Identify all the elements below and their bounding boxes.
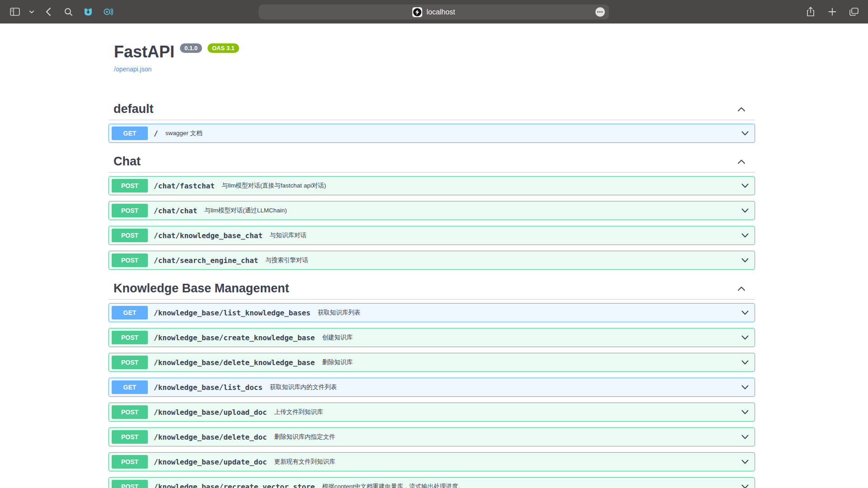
- expand-endpoint-button[interactable]: [740, 181, 750, 191]
- method-badge: POST: [112, 430, 148, 444]
- chevron-down-icon: [740, 333, 750, 343]
- method-badge: GET: [112, 380, 148, 394]
- expand-endpoint-button[interactable]: [740, 333, 750, 343]
- expand-endpoint-button[interactable]: [740, 128, 750, 138]
- endpoint-description: 上传文件到知识库: [274, 408, 323, 416]
- chevron-down-icon: [740, 407, 750, 417]
- method-badge: POST: [112, 356, 148, 369]
- search-icon: [64, 8, 73, 16]
- endpoint-path: /knowledge_base/update_doc: [154, 458, 267, 466]
- endpoint-row[interactable]: POST /chat/knowledge_base_chat 与知识库对话: [108, 226, 755, 245]
- share-icon: [806, 6, 815, 17]
- sidebar-menu-button[interactable]: [28, 5, 35, 19]
- chevron-down-icon: [740, 128, 750, 138]
- method-badge: POST: [112, 405, 148, 419]
- endpoint-row[interactable]: POST /chat/chat 与llm模型对话(通过LLMChain): [108, 201, 755, 220]
- extension-rings-button[interactable]: [101, 5, 115, 19]
- expand-endpoint-button[interactable]: [740, 407, 750, 417]
- endpoint-path: /knowledge_base/create_knowledge_base: [154, 333, 315, 342]
- chevron-down-icon: [740, 457, 750, 467]
- site-favicon-icon: [412, 7, 422, 17]
- endpoint-row[interactable]: POST /knowledge_base/upload_doc 上传文件到知识库: [108, 403, 755, 422]
- version-badge: 0.1.0: [180, 43, 202, 53]
- api-section: default GET / swagger 文档: [108, 102, 755, 143]
- expand-endpoint-button[interactable]: [740, 255, 750, 265]
- openapi-spec-link[interactable]: /openapi.json: [114, 66, 151, 73]
- collapse-section-button[interactable]: [736, 156, 747, 167]
- search-button[interactable]: [61, 5, 75, 19]
- tab-overview-button[interactable]: [847, 5, 861, 19]
- extension-shield-button[interactable]: [81, 5, 95, 19]
- endpoint-row[interactable]: GET /knowledge_base/list_docs 获取知识库内的文件列…: [108, 378, 755, 397]
- endpoint-description: 获取知识库内的文件列表: [270, 383, 337, 391]
- chevron-down-icon: [740, 230, 750, 240]
- endpoint-path: /knowledge_base/recreate_vector_store: [154, 483, 315, 488]
- endpoint-path: /knowledge_base/list_knowledge_bases: [154, 309, 311, 317]
- endpoint-description: swagger 文档: [165, 129, 203, 137]
- section-header[interactable]: Knowledge Base Management: [108, 282, 755, 300]
- expand-endpoint-button[interactable]: [740, 482, 750, 488]
- section-title: default: [113, 102, 154, 116]
- expand-endpoint-button[interactable]: [740, 206, 750, 216]
- endpoint-row[interactable]: POST /knowledge_base/delete_knowledge_ba…: [108, 353, 755, 372]
- section-header[interactable]: Chat: [108, 155, 755, 173]
- chevron-down-icon: [740, 357, 750, 367]
- endpoint-path: /chat/chat: [154, 206, 197, 215]
- extension-rings-icon: [103, 7, 113, 17]
- chevron-down-icon: [740, 255, 750, 265]
- endpoint-row[interactable]: POST /chat/fastchat 与llm模型对话(直接与fastchat…: [108, 176, 755, 195]
- endpoint-row[interactable]: GET / swagger 文档: [108, 124, 755, 143]
- new-tab-button[interactable]: [826, 5, 839, 19]
- share-button[interactable]: [804, 5, 817, 19]
- extension-shield-icon: [83, 7, 93, 17]
- endpoint-path: /knowledge_base/upload_doc: [154, 408, 267, 417]
- method-badge: POST: [112, 253, 148, 267]
- api-info: FastAPI 0.1.0 OAS 3.1 /openapi.json: [114, 42, 868, 73]
- chevron-up-icon: [736, 104, 747, 115]
- endpoint-path: /knowledge_base/list_docs: [154, 383, 263, 392]
- collapse-section-button[interactable]: [736, 104, 747, 115]
- method-badge: GET: [112, 306, 148, 319]
- method-badge: GET: [112, 127, 148, 140]
- expand-endpoint-button[interactable]: [740, 382, 750, 392]
- expand-endpoint-button[interactable]: [740, 230, 750, 240]
- expand-endpoint-button[interactable]: [740, 357, 750, 367]
- address-bar[interactable]: localhost •••: [259, 5, 609, 19]
- method-badge: POST: [112, 480, 148, 488]
- chevron-up-icon: [736, 283, 747, 294]
- tab-overview-icon: [849, 7, 859, 16]
- endpoint-row[interactable]: POST /knowledge_base/update_doc 更新现有文件到知…: [108, 452, 755, 471]
- endpoint-row[interactable]: POST /knowledge_base/recreate_vector_sto…: [108, 477, 755, 488]
- endpoint-row[interactable]: POST /chat/search_engine_chat 与搜索引擎对话: [108, 251, 755, 270]
- endpoint-row[interactable]: POST /knowledge_base/delete_doc 删除知识库内指定…: [108, 427, 755, 446]
- endpoint-path: /: [154, 129, 158, 138]
- url-text: localhost: [426, 8, 455, 16]
- section-endpoints: POST /chat/fastchat 与llm模型对话(直接与fastchat…: [108, 173, 755, 270]
- back-button[interactable]: [42, 5, 55, 19]
- method-badge: POST: [112, 455, 148, 469]
- method-badge: POST: [112, 179, 148, 192]
- expand-endpoint-button[interactable]: [740, 308, 750, 318]
- section-title: Knowledge Base Management: [113, 282, 289, 296]
- collapse-section-button[interactable]: [736, 283, 747, 294]
- endpoint-row[interactable]: POST /knowledge_base/create_knowledge_ba…: [108, 328, 755, 347]
- api-title-text: FastAPI: [114, 42, 175, 61]
- endpoint-row[interactable]: GET /knowledge_base/list_knowledge_bases…: [108, 303, 755, 322]
- chevron-down-icon: [740, 432, 750, 442]
- method-badge: POST: [112, 331, 148, 344]
- section-header[interactable]: default: [108, 102, 755, 120]
- chevron-down-icon: [740, 206, 750, 216]
- chevron-down-icon: [740, 382, 750, 392]
- section-endpoints: GET /knowledge_base/list_knowledge_bases…: [108, 300, 755, 488]
- api-sections: default GET / swagger 文档 Chat: [108, 102, 755, 488]
- new-tab-icon: [828, 8, 836, 16]
- expand-endpoint-button[interactable]: [740, 432, 750, 442]
- endpoint-path: /chat/knowledge_base_chat: [154, 231, 263, 240]
- endpoint-path: /chat/search_engine_chat: [154, 256, 258, 265]
- endpoint-path: /chat/fastchat: [154, 182, 215, 190]
- page-options-button[interactable]: •••: [595, 7, 605, 17]
- expand-endpoint-button[interactable]: [740, 457, 750, 467]
- endpoint-path: /knowledge_base/delete_doc: [154, 433, 267, 441]
- chevron-down-icon: [740, 482, 750, 488]
- sidebar-toggle-button[interactable]: [8, 5, 22, 19]
